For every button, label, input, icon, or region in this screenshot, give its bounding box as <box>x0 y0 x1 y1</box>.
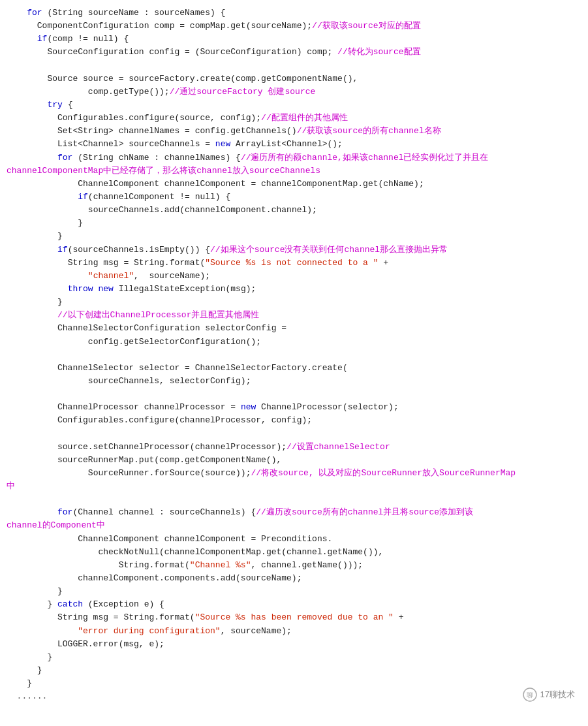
code-line: comp.getType());//通过sourceFactory 创建sour… <box>7 86 588 99</box>
code-line: for (String sourceName : sourceNames) { <box>7 7 588 20</box>
code-line: "channel", sourceName); <box>7 270 588 283</box>
code-line: LOGGER.error(msg, e); <box>7 638 588 651</box>
code-line: ChannelComponent channelComponent = Prec… <box>7 533 588 546</box>
code-line: ChannelProcessor channelProcessor = new … <box>7 401 588 414</box>
code-line <box>7 493 588 506</box>
code-line: ChannelComponent channelComponent = chan… <box>7 178 588 191</box>
code-line: for(Channel channel : sourceChannels) {/… <box>7 506 588 532</box>
code-line: List<Channel> sourceChannels = new Array… <box>7 138 588 151</box>
code-line: throw new IllegalStateException(msg); <box>7 283 588 296</box>
code-line: Configurables.configure(source, config);… <box>7 112 588 125</box>
svg-text:聊: 聊 <box>527 691 533 699</box>
code-line: try { <box>7 99 588 112</box>
code-line: checkNotNull(channelComponentMap.get(cha… <box>7 546 588 559</box>
code-line: Configurables.configure(channelProcessor… <box>7 414 588 427</box>
logo-icon: 聊 <box>523 687 537 702</box>
code-line: source.setChannelProcessor(channelProces… <box>7 441 588 454</box>
code-line: ChannelSelector selector = ChannelSelect… <box>7 362 588 375</box>
code-line <box>7 428 588 441</box>
code-line: SourceConfiguration config = (SourceConf… <box>7 46 588 59</box>
code-line: String msg = String.format("Source %s ha… <box>7 611 588 624</box>
logo-text: 17聊技术 <box>540 688 575 701</box>
code-line: Source source = sourceFactory.create(com… <box>7 72 588 86</box>
code-line <box>7 59 588 72</box>
code-line: "error during configuration", sourceName… <box>7 625 588 638</box>
code-line <box>7 388 588 401</box>
code-line: } catch (Exception e) { <box>7 598 588 611</box>
code-line: SourceRunner.forSource(source));//将改sour… <box>7 467 588 493</box>
code-line: //以下创建出ChannelProcessor并且配置其他属性 <box>7 309 588 322</box>
code-line: } <box>7 296 588 309</box>
code-line: sourceRunnerMap.put(comp.getComponentNam… <box>7 454 588 467</box>
code-line: sourceChannels.add(channelComponent.chan… <box>7 204 588 217</box>
code-line: ComponentConfiguration comp = compMap.ge… <box>7 20 588 33</box>
code-line: if(channelComponent != null) { <box>7 191 588 204</box>
code-line: String msg = String.format("Source %s is… <box>7 257 588 270</box>
code-line: } <box>7 664 588 677</box>
code-line: } <box>7 230 588 243</box>
code-line: ...... <box>7 690 588 703</box>
code-line: } <box>7 651 588 664</box>
code-line: } <box>7 585 588 598</box>
code-line: config.getSelectorConfiguration(); <box>7 336 588 349</box>
code-line: channelComponent.components.add(sourceNa… <box>7 572 588 585</box>
code-line <box>7 349 588 362</box>
code-line: } <box>7 677 588 690</box>
code-line: for (String chName : channelNames) {//遍历… <box>7 151 588 178</box>
code-line: sourceChannels, selectorConfig); <box>7 375 588 388</box>
code-line: if(comp != null) { <box>7 33 588 46</box>
code-block: for (String sourceName : sourceNames) { … <box>0 0 588 710</box>
code-line: if(sourceChannels.isEmpty()) {//如果这个sour… <box>7 244 588 257</box>
code-line: String.format("Channel %s", channel.getN… <box>7 559 588 572</box>
watermark: 聊 17聊技术 <box>523 687 575 702</box>
code-line: Set<String> channelNames = config.getCha… <box>7 125 588 138</box>
code-line: ChannelSelectorConfiguration selectorCon… <box>7 322 588 335</box>
code-line: } <box>7 217 588 230</box>
